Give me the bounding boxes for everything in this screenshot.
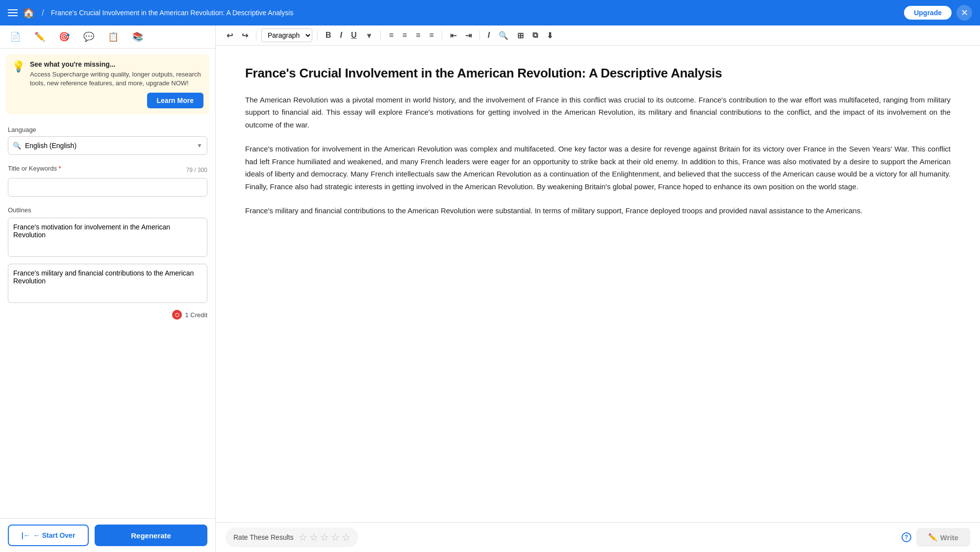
hamburger-menu[interactable] — [8, 9, 18, 16]
target-icon[interactable]: 🎯 — [57, 29, 72, 44]
language-select-wrapper: 🔍 English (English) French (Français) Sp… — [8, 136, 207, 155]
char-count: 79 / 300 — [186, 167, 207, 174]
home-icon[interactable]: 🏠 — [23, 7, 35, 19]
language-select[interactable]: English (English) French (Français) Span… — [8, 136, 207, 155]
write-icon: ✏️ — [928, 533, 937, 542]
redo-button[interactable]: ↪ — [239, 29, 251, 42]
toolbar-separator-3 — [380, 30, 381, 40]
edit-icon[interactable]: ✏️ — [32, 29, 47, 44]
bulb-icon: 💡 — [12, 60, 25, 108]
help-icon[interactable]: ? — [902, 532, 911, 542]
star-rating[interactable]: ☆ ☆ ☆ ☆ ☆ — [299, 531, 351, 543]
document-icon[interactable]: 📄 — [8, 29, 23, 44]
align-left-button[interactable]: ≡ — [386, 29, 396, 42]
sidebar-toolbar: 📄 ✏️ 🎯 💬 📋 📚 — [0, 25, 215, 49]
star-5[interactable]: ☆ — [342, 531, 351, 543]
italic-style-button[interactable]: I — [485, 29, 493, 42]
align-justify-button[interactable]: ≡ — [426, 29, 436, 42]
start-over-label: ← Start Over — [33, 531, 75, 539]
outline-textarea-1[interactable]: France's motivation for involvement in t… — [8, 218, 207, 257]
rate-section: Rate These Results ☆ ☆ ☆ ☆ ☆ — [226, 527, 358, 547]
indent-less-button[interactable]: ⇤ — [447, 29, 459, 42]
toolbar-separator-5 — [479, 30, 480, 40]
title-label: Title or Keywords — [8, 165, 61, 172]
document-title: France's Crucial Involvement in the Amer… — [245, 65, 951, 82]
outline-textarea-2[interactable]: France's military and financial contribu… — [8, 264, 207, 303]
align-right-button[interactable]: ≡ — [413, 29, 423, 42]
italic-button[interactable]: I — [337, 29, 345, 42]
paragraph-1: The American Revolution was a pivotal mo… — [245, 94, 951, 131]
sidebar-footer: |← ← Start Over Regenerate — [0, 518, 215, 552]
credit-icon: ⬡ — [172, 310, 182, 320]
write-label: Write — [940, 533, 958, 542]
rate-label: Rate These Results — [233, 533, 294, 541]
editor-area: ↩ ↪ Paragraph Heading 1 Heading 2 B I U … — [216, 25, 980, 552]
breadcrumb-title: France's Crucial Involvement in the Amer… — [51, 9, 899, 17]
bottom-bar: Rate These Results ☆ ☆ ☆ ☆ ☆ ? ✏️ Write — [216, 522, 980, 552]
underline-button[interactable]: U — [348, 29, 360, 42]
star-1[interactable]: ☆ — [299, 531, 307, 543]
start-over-arrow-icon: |← — [22, 531, 30, 539]
sidebar-form: Language 🔍 English (English) French (Fra… — [0, 120, 215, 518]
credit-text: 1 Credit — [185, 311, 207, 319]
chat-icon[interactable]: 💬 — [81, 29, 96, 44]
write-button[interactable]: ✏️ Write — [916, 528, 970, 547]
search-button[interactable]: 🔍 — [496, 29, 511, 42]
close-button[interactable]: ✕ — [956, 5, 972, 21]
star-2[interactable]: ☆ — [309, 531, 318, 543]
learn-more-button[interactable]: Learn More — [147, 93, 203, 108]
paragraph-2: France's motivation for involvement in t… — [245, 143, 951, 193]
paragraph-3: France's military and financial contribu… — [245, 204, 951, 217]
undo-button[interactable]: ↩ — [224, 29, 236, 42]
editor-toolbar: ↩ ↪ Paragraph Heading 1 Heading 2 B I U … — [216, 25, 980, 46]
promo-text: Access Supercharge writing quality, long… — [30, 70, 203, 88]
title-input[interactable]: France's Crucial Involvement in the Amer… — [8, 178, 207, 197]
download-button[interactable]: ⬇ — [544, 29, 556, 42]
top-bar: 🏠 / France's Crucial Involvement in the … — [0, 0, 980, 25]
language-label: Language — [8, 126, 207, 133]
page-icon[interactable]: 📋 — [106, 29, 121, 44]
copy-button[interactable]: ⧉ — [529, 29, 541, 42]
upgrade-button[interactable]: Upgrade — [904, 6, 952, 20]
indent-more-button[interactable]: ⇥ — [462, 29, 475, 42]
align-center-button[interactable]: ≡ — [400, 29, 410, 42]
start-over-button[interactable]: |← ← Start Over — [8, 525, 89, 546]
star-4[interactable]: ☆ — [331, 531, 340, 543]
star-3[interactable]: ☆ — [320, 531, 329, 543]
promo-content: See what you're missing... Access Superc… — [30, 60, 203, 108]
toolbar-separator-4 — [442, 30, 442, 40]
promo-banner: 💡 See what you're missing... Access Supe… — [6, 54, 209, 114]
main-layout: 📄 ✏️ 🎯 💬 📋 📚 💡 See what you're missing..… — [0, 25, 980, 552]
sidebar: 📄 ✏️ 🎯 💬 📋 📚 💡 See what you're missing..… — [0, 25, 216, 552]
toolbar-separator-2 — [317, 30, 318, 40]
paragraph-style-select[interactable]: Paragraph Heading 1 Heading 2 — [261, 28, 312, 42]
breadcrumb-separator: / — [42, 8, 44, 18]
bottom-right: ? ✏️ Write — [902, 528, 970, 547]
credit-row: ⬡ 1 Credit — [8, 310, 207, 320]
underline-color-button[interactable]: ▼ — [363, 29, 376, 42]
book-icon[interactable]: 📚 — [130, 29, 145, 44]
language-search-icon: 🔍 — [13, 142, 21, 150]
outlines-label: Outlines — [8, 206, 207, 214]
promo-title: See what you're missing... — [30, 60, 203, 68]
columns-button[interactable]: ⊞ — [514, 29, 527, 42]
bold-button[interactable]: B — [323, 29, 334, 42]
regenerate-button[interactable]: Regenerate — [95, 525, 207, 546]
toolbar-separator-1 — [256, 30, 256, 40]
editor-content[interactable]: France's Crucial Involvement in the Amer… — [216, 46, 980, 522]
